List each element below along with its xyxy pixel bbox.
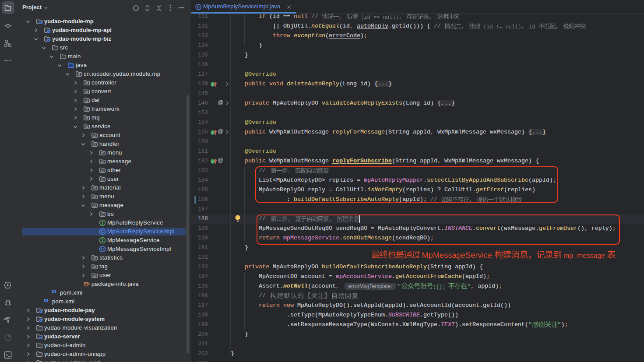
svg-text:C: C <box>197 5 200 9</box>
svg-text:I: I <box>212 159 213 163</box>
svg-text:C: C <box>101 246 104 251</box>
svg-text:I: I <box>212 82 213 86</box>
svg-text:C: C <box>101 229 104 234</box>
svg-text:I: I <box>212 130 213 134</box>
